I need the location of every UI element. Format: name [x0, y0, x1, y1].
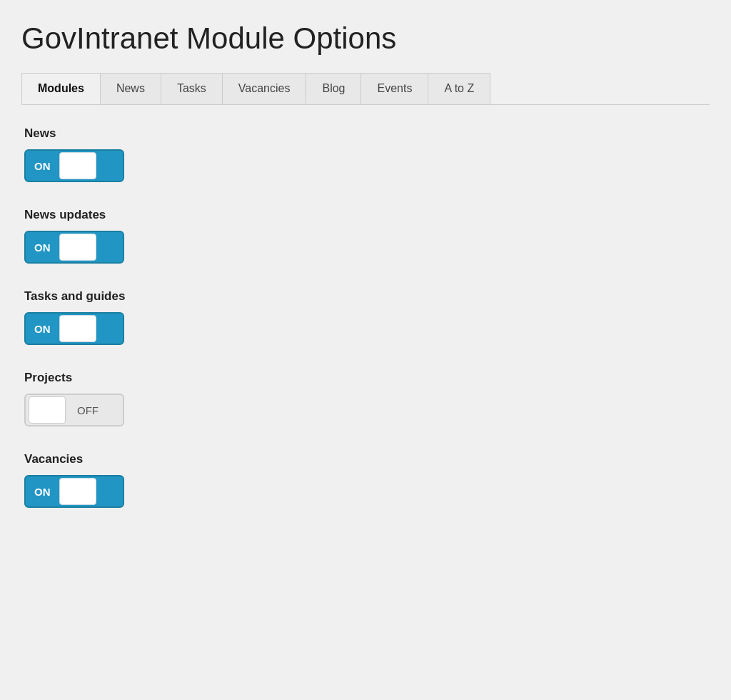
module-projects-label: Projects — [24, 371, 707, 385]
module-news-section: News ON — [24, 126, 707, 182]
module-vacancies-on-label: ON — [26, 486, 59, 498]
module-news-toggle[interactable]: ON — [24, 149, 124, 182]
module-projects-section: Projects OFF — [24, 371, 707, 426]
tab-tasks[interactable]: Tasks — [161, 73, 223, 104]
module-projects-toggle-wrapper: OFF — [24, 394, 124, 426]
module-news-label: News — [24, 126, 707, 141]
module-vacancies-toggle[interactable]: ON — [24, 475, 124, 508]
tab-modules[interactable]: Modules — [21, 73, 101, 104]
module-news-updates-on-label: ON — [26, 241, 59, 254]
module-projects-toggle[interactable]: OFF — [24, 394, 124, 426]
tab-blog[interactable]: Blog — [306, 73, 361, 104]
module-tasks-label: Tasks and guides — [24, 289, 707, 304]
tab-vacancies[interactable]: Vacancies — [222, 73, 307, 104]
page-title: GovIntranet Module Options — [21, 21, 710, 56]
module-news-updates-knob — [59, 234, 96, 261]
module-news-updates-toggle[interactable]: ON — [24, 231, 124, 264]
page-wrapper: GovIntranet Module Options Modules News … — [0, 0, 731, 555]
module-news-updates-toggle-wrapper: ON — [24, 231, 124, 264]
module-news-updates-label: News updates — [24, 208, 707, 222]
module-news-on-label: ON — [26, 160, 59, 172]
module-tasks-toggle[interactable]: ON — [24, 312, 124, 345]
module-tasks-toggle-wrapper: ON — [24, 312, 124, 345]
tab-events[interactable]: Events — [361, 73, 428, 104]
module-tasks-on-label: ON — [26, 323, 59, 335]
module-news-knob — [59, 152, 96, 179]
module-tasks-section: Tasks and guides ON — [24, 289, 707, 345]
tab-news[interactable]: News — [100, 73, 161, 104]
module-vacancies-label: Vacancies — [24, 452, 707, 466]
module-projects-knob — [29, 396, 66, 424]
module-vacancies-section: Vacancies ON — [24, 452, 707, 508]
tab-atoz[interactable]: A to Z — [428, 73, 490, 104]
module-projects-off-label: OFF — [69, 404, 107, 416]
tabs-container: Modules News Tasks Vacancies Blog Events… — [21, 73, 710, 105]
module-vacancies-toggle-wrapper: ON — [24, 475, 124, 508]
module-news-updates-section: News updates ON — [24, 208, 707, 264]
content-area: News ON News updates ON Tasks and guides — [21, 126, 710, 508]
module-vacancies-knob — [59, 478, 96, 505]
module-tasks-knob — [59, 315, 96, 342]
module-news-toggle-wrapper: ON — [24, 149, 124, 182]
